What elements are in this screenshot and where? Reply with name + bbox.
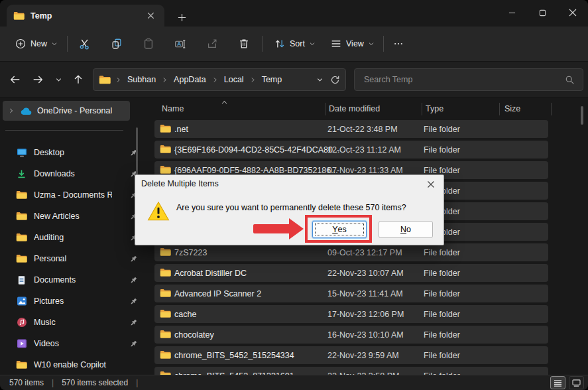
tab-close-icon[interactable] bbox=[143, 9, 158, 23]
more-options-button[interactable] bbox=[388, 32, 409, 56]
file-list-scrollbar[interactable] bbox=[581, 106, 583, 125]
table-row[interactable]: Advanced IP Scanner 215-Nov-23 11:41 AMF… bbox=[154, 285, 548, 302]
sidebar-item-downloads[interactable]: Downloads bbox=[12, 164, 142, 183]
maximize-icon[interactable] bbox=[527, 0, 558, 25]
breadcrumb-segment[interactable]: AppData bbox=[170, 73, 210, 86]
file-name: Acrobat Distiller DC bbox=[174, 269, 247, 278]
details-view-toggle[interactable] bbox=[550, 376, 565, 389]
sidebar-item-pictures[interactable]: Pictures bbox=[12, 292, 142, 310]
sidebar-item-personal[interactable]: Personal bbox=[12, 249, 142, 268]
sidebar-item-desktop[interactable]: Desktop bbox=[12, 143, 142, 162]
dialog-close-icon[interactable] bbox=[424, 178, 438, 191]
window-controls bbox=[497, 0, 588, 27]
breadcrumb-chevron-icon[interactable] bbox=[249, 77, 257, 83]
address-dropdown-chevron-icon[interactable] bbox=[316, 76, 323, 84]
sidebar-item-label: Documents bbox=[34, 275, 112, 285]
folder-icon bbox=[16, 212, 27, 221]
new-tab-button[interactable] bbox=[174, 9, 190, 25]
status-divider: | bbox=[136, 378, 138, 387]
search-icon[interactable] bbox=[565, 75, 575, 85]
sidebar-item-new-articles[interactable]: New Articles bbox=[12, 207, 142, 226]
rename-button[interactable] bbox=[168, 32, 192, 56]
file-type: File folder bbox=[424, 289, 460, 298]
sidebar-item-label: Music bbox=[34, 318, 112, 327]
breadcrumb-segment[interactable]: Temp bbox=[258, 73, 286, 86]
table-row[interactable]: cache17-Nov-23 12:06 PMFile folder bbox=[154, 305, 548, 323]
paste-icon bbox=[143, 38, 154, 50]
no-button[interactable]: No bbox=[379, 221, 433, 238]
view-label: View bbox=[346, 39, 364, 48]
column-separator[interactable] bbox=[325, 103, 325, 115]
forward-button[interactable] bbox=[28, 70, 48, 90]
folder-icon bbox=[16, 233, 27, 242]
view-toggles bbox=[550, 376, 584, 389]
table-row[interactable]: chrome_BITS_5452_51525433422-Nov-23 9:59… bbox=[154, 346, 548, 364]
folder-icon bbox=[160, 268, 171, 277]
view-button[interactable]: View bbox=[325, 32, 380, 56]
column-separator[interactable] bbox=[499, 103, 500, 115]
sidebar-item-w10-enable-copilot[interactable]: W10 enable Copilot bbox=[12, 356, 142, 374]
file-name: .net bbox=[174, 125, 188, 134]
breadcrumb-segment[interactable]: Local bbox=[220, 73, 248, 86]
new-button[interactable]: New bbox=[9, 32, 63, 56]
address-bar-row: SubhanAppDataLocalTemp bbox=[0, 62, 588, 98]
breadcrumb-chevron-icon[interactable] bbox=[161, 77, 168, 83]
recent-locations-chevron-icon[interactable] bbox=[48, 70, 68, 90]
cut-button[interactable] bbox=[73, 32, 97, 56]
breadcrumb-segment[interactable]: Subhan bbox=[123, 73, 160, 86]
folder-icon bbox=[160, 309, 171, 318]
column-separator[interactable] bbox=[422, 103, 422, 115]
refresh-icon[interactable] bbox=[330, 75, 340, 85]
paste-button[interactable] bbox=[137, 32, 160, 56]
share-button[interactable] bbox=[200, 32, 224, 56]
chevron-right-icon[interactable] bbox=[8, 107, 15, 114]
sidebar-item-onedrive[interactable]: OneDrive - Personal bbox=[3, 101, 130, 121]
toolbar-divider bbox=[383, 36, 384, 52]
tab-title: Temp bbox=[30, 11, 137, 21]
column-header-date[interactable]: Date modified bbox=[329, 104, 380, 113]
address-bar[interactable]: SubhanAppDataLocalTemp bbox=[93, 68, 346, 91]
table-row[interactable]: chocolatey16-Nov-23 10:10 AMFile folder bbox=[154, 326, 548, 344]
table-row[interactable]: .net21-Oct-22 3:48 PMFile folder bbox=[154, 120, 548, 138]
date-modified: 07-Nov-23 11:33 AM bbox=[327, 166, 403, 175]
table-row[interactable]: 7zS722309-Oct-23 12:17 PMFile folder bbox=[154, 243, 548, 261]
column-header-size[interactable]: Size bbox=[504, 104, 520, 113]
sidebar-item-documents[interactable]: Documents bbox=[12, 271, 142, 289]
tab-bar: Temp bbox=[0, 0, 588, 27]
table-row[interactable]: {3E69F166-D094-4CD2-85C5-42F4DCA80...12-… bbox=[154, 141, 548, 159]
sidebar-item-videos[interactable]: Videos bbox=[12, 334, 142, 353]
sort-icon bbox=[274, 38, 286, 50]
sort-button[interactable]: Sort bbox=[268, 32, 321, 56]
file-type: File folder bbox=[424, 310, 460, 319]
sidebar-item-label: Pictures bbox=[34, 296, 112, 306]
delete-button[interactable] bbox=[232, 32, 256, 56]
sidebar-item-auditing[interactable]: Auditing bbox=[12, 228, 142, 247]
table-row[interactable]: Acrobat Distiller DC22-Nov-23 10:07 AMFi… bbox=[154, 264, 548, 282]
file-name: {696AAF09-0DF5-4882-AA8B-BD7352186... bbox=[174, 166, 338, 175]
file-type: File folder bbox=[424, 166, 460, 175]
tab-temp[interactable]: Temp bbox=[7, 5, 164, 27]
column-separator[interactable] bbox=[551, 103, 552, 115]
up-button[interactable] bbox=[68, 70, 88, 90]
back-button[interactable] bbox=[5, 70, 25, 90]
column-header-name[interactable]: Name bbox=[162, 104, 184, 113]
toolbar-divider bbox=[67, 36, 68, 52]
copy-button[interactable] bbox=[105, 32, 129, 56]
close-icon[interactable] bbox=[558, 0, 588, 25]
file-type: File folder bbox=[424, 125, 460, 134]
file-name: Advanced IP Scanner 2 bbox=[174, 289, 261, 298]
folder-icon bbox=[160, 247, 171, 257]
downloads-icon bbox=[16, 169, 27, 179]
search-box[interactable] bbox=[354, 68, 583, 91]
chevron-down-icon bbox=[51, 40, 58, 47]
status-divider: | bbox=[52, 378, 54, 387]
breadcrumb-chevron-icon[interactable] bbox=[211, 77, 219, 83]
sidebar-item-music[interactable]: Music bbox=[12, 313, 142, 332]
minimize-icon[interactable] bbox=[497, 0, 527, 25]
breadcrumb-chevron-icon[interactable] bbox=[115, 77, 122, 83]
search-input[interactable] bbox=[363, 74, 565, 85]
thumbnail-view-toggle[interactable] bbox=[569, 376, 584, 389]
chevron-down-icon bbox=[368, 40, 375, 47]
column-header-type[interactable]: Type bbox=[426, 104, 443, 113]
sidebar-item-uzma-documents-rec[interactable]: Uzma - Documents Rec bbox=[12, 186, 142, 204]
